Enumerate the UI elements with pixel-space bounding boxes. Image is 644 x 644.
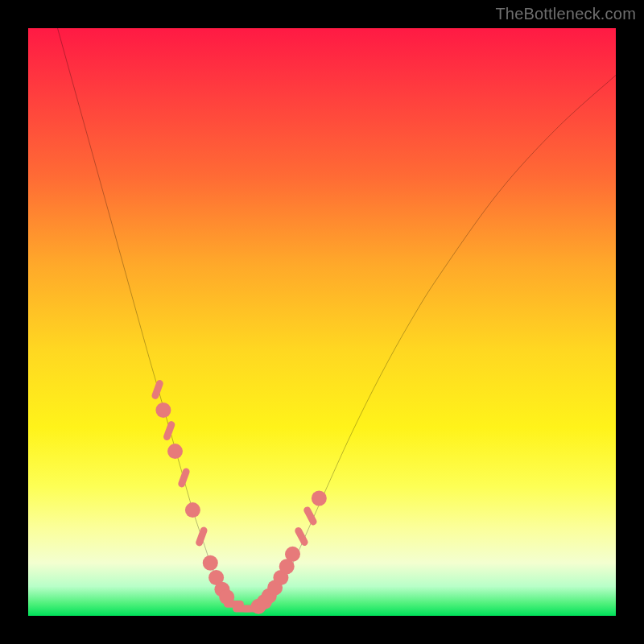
- chart-frame: TheBottleneck.com: [0, 0, 644, 644]
- plot-area: [28, 28, 616, 616]
- watermark-text: TheBottleneck.com: [495, 5, 636, 23]
- curve-marker: [155, 402, 171, 418]
- curve-marker: [203, 555, 218, 571]
- curve-marker: [185, 502, 200, 518]
- chart-svg: [28, 28, 616, 616]
- curve-markers: [151, 379, 327, 614]
- curve-marker: [177, 467, 191, 488]
- curve-marker: [285, 547, 300, 562]
- curve-marker: [294, 526, 309, 547]
- bottleneck-curve: [58, 28, 617, 610]
- curve-marker: [312, 491, 327, 506]
- curve-marker: [303, 506, 318, 526]
- curve-marker: [167, 444, 183, 459]
- curve-marker: [151, 379, 164, 400]
- curve-marker: [195, 526, 208, 547]
- curve-marker: [163, 420, 176, 441]
